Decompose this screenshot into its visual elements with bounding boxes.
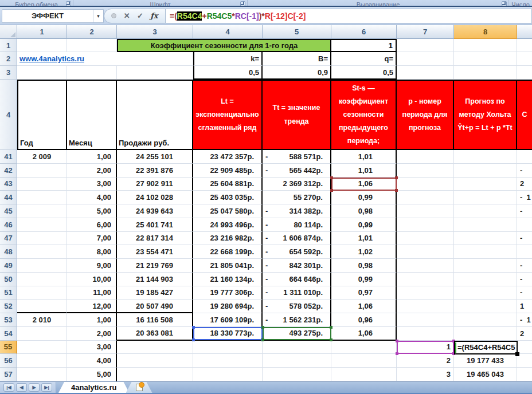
cell-41-lt[interactable]: 23 472 357р. <box>193 150 263 164</box>
chevron-down-icon[interactable]: ▾ <box>93 10 103 22</box>
column-header-8[interactable]: 8 <box>454 25 517 39</box>
cell-41-sales[interactable]: 24 255 101 <box>117 150 193 164</box>
cell-2-7[interactable] <box>397 52 454 66</box>
cell-49-lt[interactable]: 21 805 041р. <box>193 259 263 273</box>
cell-56-tt[interactable] <box>263 354 331 368</box>
row-header-47[interactable]: 47 <box>0 232 17 246</box>
row-header-1[interactable]: 1 <box>0 39 17 52</box>
cell-53-forecast[interactable] <box>454 313 517 327</box>
header-st[interactable]: St-s — коэффициент сезонности предыдущег… <box>331 80 397 150</box>
column-header-2[interactable]: 2 <box>67 25 117 39</box>
cell-48-sales[interactable]: 23 554 471 <box>117 245 193 259</box>
cell-48-forecast[interactable] <box>454 245 517 259</box>
cell-42-edge[interactable]: - <box>517 164 532 178</box>
cell-52-edge[interactable]: 1 <box>517 300 532 313</box>
cell-54-year[interactable] <box>17 327 67 341</box>
cell-49-edge[interactable]: - <box>517 259 532 273</box>
cell-54-edge[interactable]: 2 <box>517 327 532 341</box>
cell-53-month[interactable]: 1,00 <box>67 313 117 327</box>
cell-46-tt[interactable]: -80 114р. <box>263 218 331 232</box>
row-header-45[interactable]: 45 <box>0 204 17 218</box>
cell-49-p[interactable] <box>397 259 454 273</box>
seasonality-value-cell[interactable]: 1 <box>331 39 397 52</box>
cell-43-p[interactable] <box>397 178 454 191</box>
cell-43-tt[interactable]: 2 369 312р. <box>263 178 331 191</box>
row-header-56[interactable]: 56 <box>0 354 17 368</box>
ribbon-group-alignment[interactable]: Выравнивание <box>248 0 509 7</box>
row-header-41[interactable]: 41 <box>0 150 17 164</box>
cell-45-year[interactable] <box>17 204 67 218</box>
formula-input[interactable]: =(R54C4+R54C5*RC[-1])*R[-12]C[-2] <box>166 9 532 23</box>
cell-44-st[interactable]: 0,99 <box>331 191 397 204</box>
cell-46-year[interactable] <box>17 218 67 232</box>
cell-45-month[interactable]: 5,00 <box>67 204 117 218</box>
cell-56-month[interactable]: 4,00 <box>67 354 117 368</box>
row-header-54[interactable]: 54 <box>0 327 17 341</box>
cell-44-tt[interactable]: 55 270р. <box>263 191 331 204</box>
cell-47-month[interactable]: 7,00 <box>67 232 117 246</box>
cell-47-forecast[interactable] <box>454 232 517 246</box>
cell-51-year[interactable] <box>17 286 67 300</box>
cell-44-lt[interactable]: 25 403 035р. <box>193 191 263 204</box>
cell-48-year[interactable] <box>17 245 67 259</box>
cell-45-forecast[interactable] <box>454 204 517 218</box>
cell-50-st[interactable]: 0,99 <box>331 273 397 286</box>
cell-56-st[interactable] <box>331 354 397 368</box>
cell-47-lt[interactable]: 23 216 982р. <box>193 232 263 246</box>
cell-57-p[interactable]: 3 <box>397 368 454 381</box>
cell-44-p[interactable] <box>397 191 454 204</box>
cell-48-tt[interactable]: -654 592р. <box>263 245 331 259</box>
row-header-46[interactable]: 46 <box>0 218 17 232</box>
cell-50-tt[interactable]: -664 646р. <box>263 273 331 286</box>
cell-57-lt[interactable] <box>193 368 263 381</box>
dialog-launcher-icon[interactable] <box>502 1 507 6</box>
cell-53-sales[interactable]: 16 116 508 <box>117 313 193 327</box>
cell-50-lt[interactable]: 21 160 134р. <box>193 273 263 286</box>
cell-3-8[interactable] <box>454 66 517 80</box>
row-header-43[interactable]: 43 <box>0 178 17 191</box>
ribbon-group-clipboard[interactable]: Буфер обмена <box>0 0 73 7</box>
b-label-cell[interactable]: B= <box>263 52 331 66</box>
row-header-2[interactable]: 2 <box>0 52 17 66</box>
cell-3-2[interactable] <box>67 66 117 80</box>
cell-50-forecast[interactable] <box>454 273 517 286</box>
select-all-corner[interactable] <box>0 25 17 39</box>
cell-3-9[interactable] <box>517 66 532 80</box>
first-sheet-button[interactable]: |◀ <box>3 383 14 392</box>
cell-52-lt[interactable]: 19 280 694р. <box>193 300 263 313</box>
cell-55-st[interactable] <box>331 341 397 354</box>
cell-55-sales[interactable] <box>117 341 193 354</box>
cell-56-forecast[interactable]: 19 177 433 <box>454 354 517 368</box>
cancel-icon[interactable]: ✕ <box>124 11 130 20</box>
website-link[interactable]: www.4analytics.ru <box>17 52 117 66</box>
cell-2-8[interactable] <box>454 52 517 66</box>
ref-box-r54c4[interactable] <box>193 327 263 341</box>
cell-55-tt[interactable] <box>263 341 331 354</box>
cell-50-sales[interactable]: 21 144 903 <box>117 273 193 286</box>
cell-3-3[interactable] <box>117 66 193 80</box>
row-header-42[interactable]: 42 <box>0 164 17 178</box>
column-header-1[interactable]: 1 <box>17 25 67 39</box>
cell-46-edge[interactable] <box>517 218 532 232</box>
cell-43-year[interactable] <box>17 178 67 191</box>
enter-icon[interactable]: ✓ <box>137 11 143 20</box>
column-header-7[interactable]: 7 <box>397 25 454 39</box>
cell-47-edge[interactable]: - <box>517 232 532 246</box>
cell-47-p[interactable] <box>397 232 454 246</box>
cell-55-lt[interactable] <box>193 341 263 354</box>
cell-54-p[interactable] <box>397 327 454 341</box>
cell-53-lt[interactable]: 17 609 109р. <box>193 313 263 327</box>
cell-53-year[interactable]: 2 010 <box>17 313 67 327</box>
cell-52-tt[interactable]: -578 052р. <box>263 300 331 313</box>
dialog-launcher-icon[interactable] <box>240 1 245 6</box>
cell-1-8[interactable] <box>454 39 517 52</box>
row-header-55[interactable]: 55 <box>0 341 17 354</box>
cell-45-lt[interactable]: 25 047 580р. <box>193 204 263 218</box>
cell-3-7[interactable] <box>397 66 454 80</box>
cell-41-month[interactable]: 1,00 <box>67 150 117 164</box>
cell-50-edge[interactable]: - <box>517 273 532 286</box>
cell-42-st[interactable]: 1,01 <box>331 164 397 178</box>
q-label-cell[interactable]: q= <box>331 52 397 66</box>
cell-57-edge[interactable] <box>517 368 532 381</box>
cell-51-sales[interactable]: 19 185 427 <box>117 286 193 300</box>
